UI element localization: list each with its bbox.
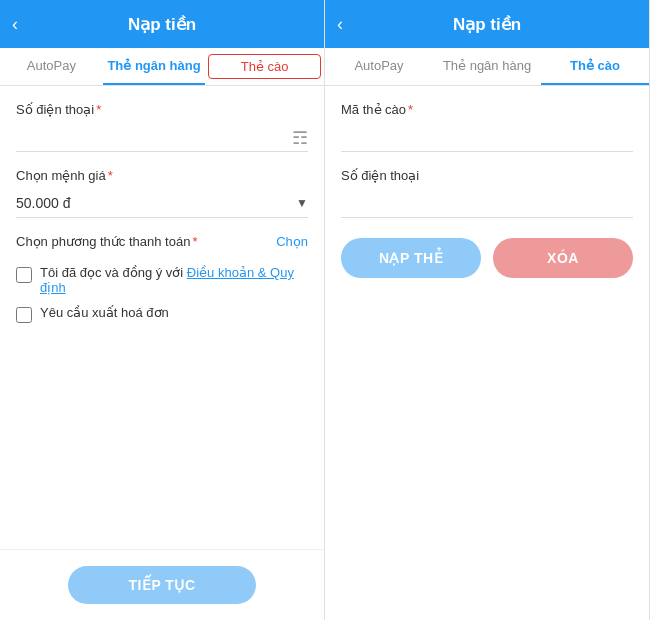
right-phone-group: Số điện thoại bbox=[341, 168, 633, 218]
denomination-display[interactable]: 50.000 đ ▼ bbox=[16, 189, 308, 218]
invoice-text: Yêu cầu xuất hoá đơn bbox=[40, 305, 169, 320]
right-phone-input[interactable] bbox=[341, 189, 633, 218]
left-header: ‹ Nạp tiền bbox=[0, 0, 324, 48]
right-header: ‹ Nạp tiền bbox=[325, 0, 649, 48]
terms-checkbox[interactable] bbox=[16, 267, 32, 283]
left-tab-card[interactable]: Thẻ cào bbox=[208, 54, 321, 79]
action-buttons: NẠP THẺ XÓA bbox=[341, 238, 633, 278]
chevron-down-icon: ▼ bbox=[296, 196, 308, 210]
phone-group: Số điện thoại* ☶ bbox=[16, 102, 308, 152]
terms-text: Tôi đã đọc và đồng ý với Điều khoản & Qu… bbox=[40, 265, 308, 295]
xoa-button[interactable]: XÓA bbox=[493, 238, 633, 278]
left-tabs: AutoPay Thẻ ngân hàng Thẻ cào bbox=[0, 48, 324, 86]
right-panel: ‹ Nạp tiền AutoPay Thẻ ngân hàng Thẻ cào… bbox=[325, 0, 650, 620]
left-footer: TIẾP TỤC bbox=[0, 549, 324, 620]
denomination-group: Chọn mệnh giá* 50.000 đ ▼ bbox=[16, 168, 308, 218]
left-back-button[interactable]: ‹ bbox=[12, 14, 18, 35]
terms-checkbox-item: Tôi đã đọc và đồng ý với Điều khoản & Qu… bbox=[16, 265, 308, 295]
denomination-value: 50.000 đ bbox=[16, 195, 71, 211]
phone-input-wrapper: ☶ bbox=[16, 123, 308, 152]
continue-button[interactable]: TIẾP TỤC bbox=[68, 566, 255, 604]
invoice-checkbox-item: Yêu cầu xuất hoá đơn bbox=[16, 305, 308, 323]
payment-group: Chọn phương thức thanh toán* Chọn bbox=[16, 234, 308, 249]
choose-link[interactable]: Chọn bbox=[276, 234, 308, 249]
card-code-input[interactable] bbox=[341, 123, 633, 152]
right-phone-label: Số điện thoại bbox=[341, 168, 633, 183]
payment-row: Chọn phương thức thanh toán* Chọn bbox=[16, 234, 308, 249]
right-tab-bank[interactable]: Thẻ ngân hàng bbox=[433, 48, 541, 85]
denomination-label: Chọn mệnh giá* bbox=[16, 168, 308, 183]
nap-the-button[interactable]: NẠP THẺ bbox=[341, 238, 481, 278]
right-tabs: AutoPay Thẻ ngân hàng Thẻ cào bbox=[325, 48, 649, 86]
phone-input[interactable] bbox=[16, 123, 308, 152]
card-code-label: Mã thẻ cào* bbox=[341, 102, 633, 117]
phone-label: Số điện thoại* bbox=[16, 102, 308, 117]
right-back-button[interactable]: ‹ bbox=[337, 14, 343, 35]
left-header-title: Nạp tiền bbox=[128, 14, 196, 35]
payment-label: Chọn phương thức thanh toán* bbox=[16, 234, 197, 249]
checkbox-group: Tôi đã đọc và đồng ý với Điều khoản & Qu… bbox=[16, 265, 308, 323]
right-tab-card[interactable]: Thẻ cào bbox=[541, 48, 649, 85]
left-panel: ‹ Nạp tiền AutoPay Thẻ ngân hàng Thẻ cào… bbox=[0, 0, 325, 620]
invoice-checkbox[interactable] bbox=[16, 307, 32, 323]
left-tab-autopay[interactable]: AutoPay bbox=[0, 48, 103, 85]
left-form: Số điện thoại* ☶ Chọn mệnh giá* 50.000 đ… bbox=[0, 86, 324, 549]
card-code-group: Mã thẻ cào* bbox=[341, 102, 633, 152]
left-tab-bank[interactable]: Thẻ ngân hàng bbox=[103, 48, 206, 85]
right-form: Mã thẻ cào* Số điện thoại NẠP THẺ XÓA bbox=[325, 86, 649, 620]
contacts-icon[interactable]: ☶ bbox=[292, 127, 308, 149]
denomination-select[interactable]: 50.000 đ ▼ bbox=[16, 189, 308, 218]
right-tab-autopay[interactable]: AutoPay bbox=[325, 48, 433, 85]
right-header-title: Nạp tiền bbox=[453, 14, 521, 35]
